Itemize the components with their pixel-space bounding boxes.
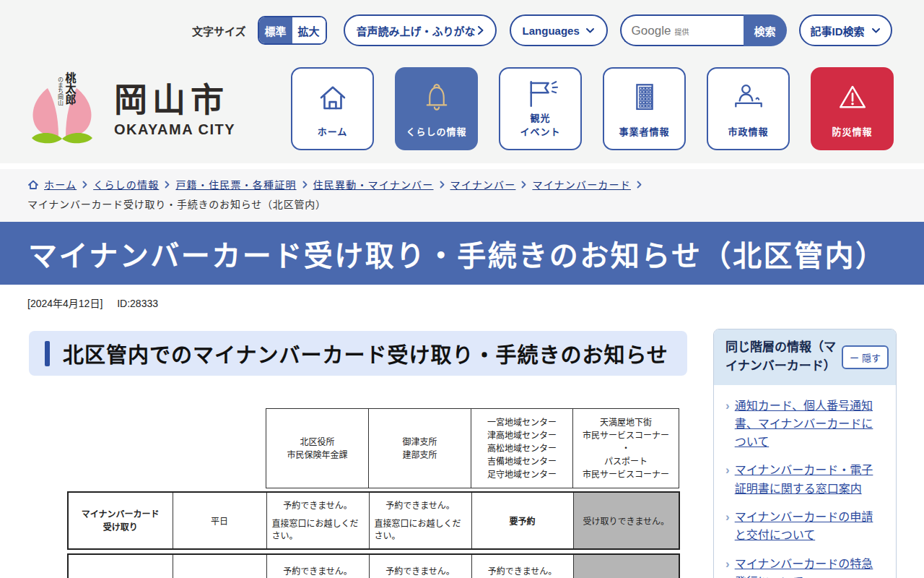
chevron-right-icon: › xyxy=(725,397,730,452)
header-mitsu-branch: 御津支所 建部支所 xyxy=(369,409,471,488)
search-button[interactable]: 検索 xyxy=(744,14,787,46)
header-district-centers: 一宮地域センター 津高地域センター 高松地域センター 吉備地域センター 足守地域… xyxy=(471,409,573,488)
article-id-search-button[interactable]: 記事ID検索 xyxy=(799,14,892,46)
breadcrumb-link-resident-mynumber[interactable]: 住民異動・マイナンバー xyxy=(313,177,434,191)
hide-button[interactable]: ー 隠す xyxy=(842,345,889,369)
sidebar-header: 同じ階層の情報（マイナンバーカード） ー 隠す xyxy=(714,329,896,385)
list-item: › マイナンバーカード・電子証明書に関する窓口案内 xyxy=(725,461,880,498)
flag-icon xyxy=(500,77,580,111)
row1-center-cell: 要予約 xyxy=(471,492,573,549)
city-name: 岡山市 OKAYAMA CITY xyxy=(114,81,235,138)
home-icon xyxy=(27,179,39,190)
sidebar-title: 同じ階層の情報（マイナンバーカード） xyxy=(725,338,840,376)
article-date: [2024年4月12日] xyxy=(27,298,103,309)
nav-business-info-button[interactable]: 事業者情報 xyxy=(603,67,686,150)
utility-bar: 文字サイズ 標準 拡大 音声読み上げ・ふりがな Languages Google… xyxy=(192,14,892,46)
list-item: › マイナンバーカードの特急発行について xyxy=(725,555,880,578)
warning-icon xyxy=(812,81,892,114)
nav-tourism-event-button[interactable]: 観光 イベント xyxy=(499,67,582,150)
okayama-city-logo[interactable]: 桃太郎 のまち岡山 xyxy=(29,69,95,150)
row2-tenmaya-cell xyxy=(573,554,679,578)
row1-kita-cell: 予約できません。 直接窓口にお越しください。 xyxy=(266,492,369,549)
row1-schedule: 平日 xyxy=(173,492,266,549)
row1-label: マイナンバーカード 受け取り xyxy=(68,492,173,549)
section-heading: 北区管内でのマイナンバーカード受け取り・手続きのお知らせ xyxy=(29,331,687,376)
chevron-right-icon xyxy=(82,181,87,189)
nav-living-info-button[interactable]: くらしの情報 xyxy=(395,67,478,150)
notice-table-header: 北区役所 市民保険年金課 御津支所 建部支所 一宮地域センター 津高地域センター… xyxy=(266,408,679,488)
heading-accent-bar xyxy=(45,341,50,366)
page-title-banner: マイナンバーカード受け取り・手続きのお知らせ（北区管内） xyxy=(0,222,924,285)
breadcrumb-link-mynumber-card[interactable]: マイナンバーカード xyxy=(532,177,631,191)
chevron-right-icon xyxy=(637,181,642,189)
row2-mitsu-cell: 予約できません。 xyxy=(369,554,471,578)
breadcrumb: ホーム くらしの情報 戸籍・住民票・各種証明 住民異動・マイナンバー マイナンバ… xyxy=(27,177,648,191)
breadcrumb-link-home[interactable]: ホーム xyxy=(44,177,77,191)
reception-icon xyxy=(708,81,788,114)
building-icon xyxy=(604,81,684,114)
font-size-toggle: 標準 拡大 xyxy=(258,16,327,45)
peach-logo-icon: 桃太郎 のまち岡山 xyxy=(29,69,95,147)
related-info-sidebar: 同じ階層の情報（マイナンバーカード） ー 隠す › 通知カード、個人番号通知書、… xyxy=(713,329,897,578)
row1-mitsu-cell: 予約できません。 直接窓口にお越しください。 xyxy=(369,492,471,549)
row2-schedule xyxy=(173,554,266,578)
google-logo: Google xyxy=(632,24,671,38)
notice-table-row2: 予約できません。 予約できません。 予約できません。 xyxy=(67,553,680,578)
row2-label xyxy=(68,554,173,578)
header-tenmaya-service-corner: 天満屋地下街 市民サービスコーナー ・ パスポート 市民サービスコーナー xyxy=(573,409,679,488)
languages-button[interactable]: Languages xyxy=(510,14,608,46)
chevron-right-icon xyxy=(165,181,170,189)
chevron-right-icon xyxy=(477,25,484,35)
sidebar-links: › 通知カード、個人番号通知書、マイナンバーカードについて › マイナンバーカー… xyxy=(714,385,896,578)
breadcrumb-current: マイナンバーカード受け取り・手続きのお知らせ（北区管内） xyxy=(27,197,326,211)
chevron-right-icon: › xyxy=(725,461,730,498)
breadcrumb-link-living[interactable]: くらしの情報 xyxy=(93,177,159,191)
row1-tenmaya-cell: 受け取りできません。 xyxy=(573,492,679,549)
chevron-right-icon xyxy=(521,181,526,189)
sidebar-link-window-guide[interactable]: マイナンバーカード・電子証明書に関する窓口案内 xyxy=(735,461,880,498)
site-search: Google 提供 検索 xyxy=(620,14,787,46)
row2-center-cell: 予約できません。 xyxy=(471,554,573,578)
font-size-large-button[interactable]: 拡大 xyxy=(292,17,326,43)
search-input[interactable]: Google 提供 xyxy=(620,14,744,46)
breadcrumb-link-certificates[interactable]: 戸籍・住民票・各種証明 xyxy=(175,177,296,191)
nav-home-button[interactable]: ホーム xyxy=(291,67,374,150)
header-kita-ward-office: 北区役所 市民保険年金課 xyxy=(266,409,369,488)
chevron-right-icon xyxy=(302,181,308,189)
section-heading-text: 北区管内でのマイナンバーカード受け取り・手続きのお知らせ xyxy=(63,338,668,368)
city-name-en: OKAYAMA CITY xyxy=(114,121,235,138)
font-size-label: 文字サイズ xyxy=(192,23,246,38)
chevron-down-icon xyxy=(871,27,881,34)
list-item: › マイナンバーカードの申請と交付について xyxy=(725,508,880,545)
font-size-standard-button[interactable]: 標準 xyxy=(259,17,292,43)
minus-icon: ー xyxy=(850,350,859,364)
svg-text:のまち岡山: のまち岡山 xyxy=(57,77,64,106)
notice-table-row1: マイナンバーカード 受け取り 平日 予約できません。 直接窓口にお越しください。… xyxy=(67,491,680,550)
breadcrumb-link-mynumber[interactable]: マイナンバー xyxy=(450,177,516,191)
city-name-jp: 岡山市 xyxy=(114,81,235,119)
row2-kita-cell: 予約できません。 xyxy=(266,554,369,578)
bell-icon xyxy=(396,81,476,117)
article-id: ID:28333 xyxy=(117,298,158,309)
sidebar-link-application-issue[interactable]: マイナンバーカードの申請と交付について xyxy=(735,508,880,545)
chevron-right-icon: › xyxy=(725,555,730,578)
chevron-down-icon xyxy=(585,27,595,34)
page-title: マイナンバーカード受け取り・手続きのお知らせ（北区管内） xyxy=(28,233,886,275)
nav-disaster-info-button[interactable]: 防災情報 xyxy=(811,67,894,150)
chevron-right-icon xyxy=(440,181,445,189)
sidebar-link-express-issue[interactable]: マイナンバーカードの特急発行について xyxy=(735,555,880,578)
notice-tables: 北区役所 市民保険年金課 御津支所 建部支所 一宮地域センター 津高地域センター… xyxy=(67,408,679,578)
sidebar-link-notification-card[interactable]: 通知カード、個人番号通知書、マイナンバーカードについて xyxy=(735,397,880,452)
list-item: › 通知カード、個人番号通知書、マイナンバーカードについて xyxy=(725,397,880,452)
article-meta: [2024年4月12日] ID:28333 xyxy=(27,296,170,310)
global-nav: ホーム くらしの情報 観光 イベント 事業者情報 市政情報 xyxy=(291,67,894,150)
svg-text:桃太郎: 桃太郎 xyxy=(64,72,77,105)
speech-furigana-button[interactable]: 音声読み上げ・ふりがな xyxy=(344,14,497,46)
chevron-right-icon: › xyxy=(725,508,730,545)
home-icon xyxy=(292,81,372,114)
nav-city-gov-button[interactable]: 市政情報 xyxy=(707,67,790,150)
